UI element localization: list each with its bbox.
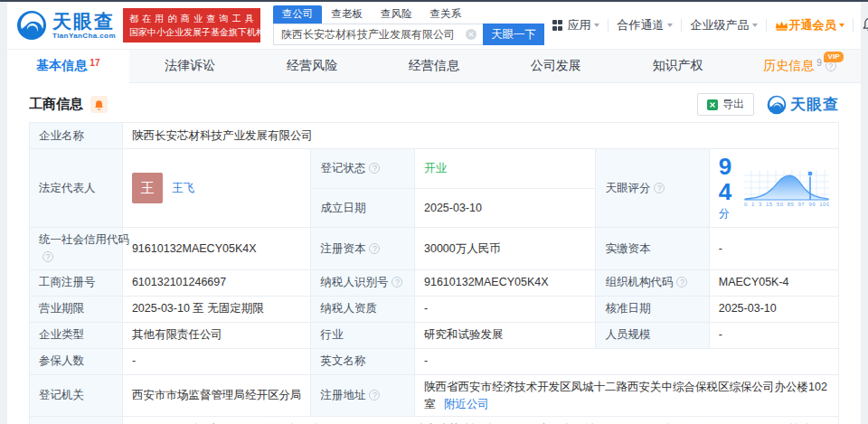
- tab-count: 17: [90, 58, 99, 68]
- search-tab-relation[interactable]: 查关系: [420, 5, 470, 24]
- field-label: 实缴资本: [596, 228, 709, 270]
- monitor-bell-button[interactable]: [90, 96, 108, 113]
- chevron-down-icon: [667, 24, 673, 27]
- chevron-down-icon: [594, 24, 599, 27]
- tianyancha-logo[interactable]: 天眼查 TianYanCha.com: [16, 10, 116, 41]
- apps-grid-icon: [552, 20, 563, 31]
- table-row: 工商注册号 610132101246697 纳税人识别号? 91610132MA…: [30, 269, 839, 296]
- search-tabs: 查公司 查老板 查风险 查关系: [273, 5, 544, 24]
- field-label: 企业名称: [30, 123, 123, 149]
- logo-domain: TianYanCha.com: [52, 33, 116, 40]
- table-row: 企业名称 陕西长安芯材科技产业发展有限公司: [30, 123, 839, 149]
- score-cell: 94分: [709, 149, 838, 228]
- tab-operating-info[interactable]: 经营信息: [373, 50, 495, 82]
- bell-icon: [94, 99, 104, 110]
- reg-number-value: 610132101246697: [122, 269, 311, 296]
- page-container: 天眼查 TianYanCha.com 都在用的商业查询工具 国家中小企业发展子基…: [7, 2, 861, 424]
- chart-axis-ticks: 0 1 3 15 50 85 97 99 100: [744, 202, 829, 207]
- question-circle-icon[interactable]: ?: [676, 277, 687, 287]
- legal-rep-link[interactable]: 王飞: [172, 180, 194, 197]
- export-button[interactable]: 导出: [697, 93, 754, 116]
- slogan-line2: 国家中小企业发展子基金旗下机构: [129, 25, 254, 39]
- tab-count: 9: [816, 58, 822, 68]
- question-circle-icon[interactable]: ?: [392, 277, 402, 287]
- table-row: 经营范围? 一般项目：计算机软硬件及外围设备制造；软件开发；集成电路芯片设计及服…: [30, 417, 839, 424]
- question-circle-icon[interactable]: ?: [369, 243, 380, 254]
- company-type-value: 其他有限责任公司: [122, 322, 311, 348]
- tab-operating-risk[interactable]: 经营风险: [251, 50, 373, 82]
- bell-icon: [863, 17, 868, 32]
- brand-slogan: 都在用的商业查询工具 国家中小企业发展子基金旗下机构: [123, 8, 260, 42]
- search-button[interactable]: 天眼一下: [483, 24, 544, 45]
- field-label: 组织机构代码?: [596, 269, 709, 296]
- field-label: 参保人数: [30, 348, 123, 374]
- field-label: 纳税人识别号?: [311, 269, 415, 296]
- field-label: 英文名称: [311, 348, 415, 374]
- nav-apps[interactable]: 应用: [544, 17, 609, 33]
- paid-capital-value: -: [709, 228, 838, 270]
- industry-value: 研究和试验发展: [415, 322, 596, 348]
- field-label: 营业期限: [30, 296, 123, 322]
- excel-icon: [707, 99, 718, 110]
- search-tab-company[interactable]: 查公司: [273, 5, 323, 24]
- score-distribution-chart: 0 1 3 15 50 85 97 99 100: [744, 170, 829, 207]
- section-title: 工商信息: [29, 96, 83, 113]
- search-block: 查公司 查老板 查风险 查关系 天眼一下: [273, 5, 544, 45]
- tab-history-info[interactable]: 历史信息9 ? VIP: [739, 50, 861, 82]
- question-circle-icon[interactable]: ?: [369, 390, 380, 400]
- logo-text: 天眼查: [52, 12, 116, 31]
- question-circle-icon[interactable]: ?: [369, 163, 380, 174]
- table-row: 参保人数 - 英文名称 -: [30, 348, 839, 374]
- nearby-companies-link[interactable]: 附近公司: [444, 398, 489, 410]
- table-row: 登记机关 西安市市场监督管理局经开区分局 注册地址? 陕西省西安市经济技术开发区…: [30, 374, 839, 417]
- field-label: 经营范围?: [30, 417, 123, 424]
- business-term-value: 2025-03-10 至 无固定期限: [122, 296, 311, 322]
- notifications-bell[interactable]: [854, 17, 868, 34]
- tab-basic-info[interactable]: 基本信息17: [7, 50, 129, 83]
- field-label: 注册地址?: [311, 374, 415, 417]
- field-label: 登记状态?: [311, 149, 415, 189]
- nav-partner-channel[interactable]: 合作通道: [609, 17, 681, 33]
- field-label: 法定代表人: [30, 149, 123, 228]
- tianyancha-logo-icon: [767, 95, 787, 115]
- nav-enterprise-products[interactable]: 企业级产品: [682, 17, 766, 33]
- org-code-value: MAECY05K-4: [709, 269, 838, 296]
- field-label: 行业: [311, 322, 415, 348]
- business-scope-value: 一般项目：计算机软硬件及外围设备制造；软件开发；集成电路芯片设计及服务；电子产品…: [122, 417, 838, 424]
- company-name-value: 陕西长安芯材科技产业发展有限公司: [122, 123, 838, 149]
- tab-intellectual-property[interactable]: 知识产权: [617, 50, 739, 82]
- section-header: 工商信息 导出 天眼查: [7, 83, 861, 122]
- nav-open-vip[interactable]: 开通会员: [767, 17, 853, 33]
- table-row: 统一社会信用代码? 91610132MAECY05K4X 注册资本? 30000…: [30, 228, 839, 270]
- tianyancha-logo-icon: [16, 10, 47, 41]
- company-tab-bar: 基本信息17 法律诉讼 经营风险 经营信息 公司发展 知识产权 历史信息9 ? …: [7, 49, 861, 83]
- question-circle-icon[interactable]: ?: [826, 61, 836, 71]
- staff-size-value: -: [709, 322, 838, 348]
- slogan-line1: 都在用的商业查询工具: [129, 12, 254, 25]
- clear-input-icon[interactable]: [466, 29, 476, 40]
- question-circle-icon[interactable]: ?: [42, 251, 53, 262]
- chevron-down-icon: [752, 24, 758, 27]
- field-label: 工商注册号: [30, 269, 123, 296]
- field-label: 登记机关: [30, 374, 123, 417]
- watermark-logo: 天眼查: [767, 94, 839, 115]
- search-input[interactable]: [273, 24, 483, 45]
- table-row: 企业类型 其他有限责任公司 行业 研究和试验发展 人员规模 -: [30, 322, 839, 348]
- vip-badge: VIP: [824, 52, 844, 62]
- business-info-table: 企业名称 陕西长安芯材科技产业发展有限公司 法定代表人 王 王飞 登记状态? 开…: [7, 122, 861, 424]
- site-header: 天眼查 TianYanCha.com 都在用的商业查询工具 国家中小企业发展子基…: [7, 2, 861, 49]
- question-circle-icon[interactable]: ?: [654, 183, 665, 193]
- tab-legal-proceedings[interactable]: 法律诉讼: [129, 50, 251, 82]
- field-label: 天眼评分?: [596, 149, 709, 228]
- search-tab-boss[interactable]: 查老板: [322, 5, 372, 24]
- search-tab-risk[interactable]: 查风险: [372, 5, 421, 24]
- table-row: 法定代表人 王 王飞 登记状态? 开业 天眼评分?: [30, 149, 839, 189]
- english-name-value: -: [415, 348, 839, 374]
- top-navigation: 应用 合作通道 企业级产品 开通会员: [544, 17, 868, 34]
- avatar[interactable]: 王: [132, 173, 163, 203]
- table-row: 营业期限 2025-03-10 至 无固定期限 纳税人资质 - 核准日期 202…: [30, 296, 839, 322]
- field-label: 成立日期: [311, 188, 415, 228]
- approval-date-value: 2025-03-10: [709, 296, 838, 322]
- field-label: 企业类型: [30, 322, 123, 348]
- tab-company-development[interactable]: 公司发展: [495, 50, 617, 82]
